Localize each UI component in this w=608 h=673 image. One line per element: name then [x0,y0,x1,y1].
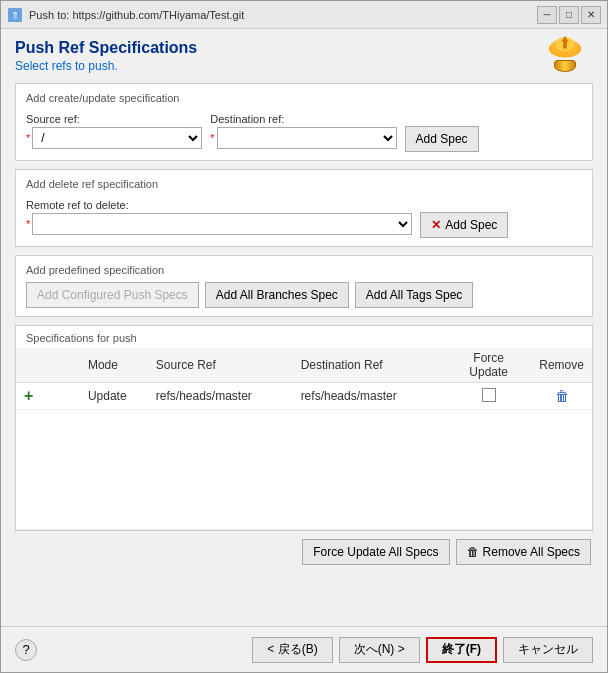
predefined-row: Add Configured Push Specs Add All Branch… [26,282,582,308]
back-button[interactable]: < 戻る(B) [252,637,332,663]
dest-required: * [210,132,214,144]
remove-row-button[interactable]: 🗑 [555,388,569,404]
add-spec-create-wrap: Add Spec [405,126,479,152]
finish-button[interactable]: 終了(F) [426,637,497,663]
content-area: Push Ref Specifications Select refs to p… [1,29,607,626]
force-update-checkbox[interactable] [482,388,496,402]
footer: ? < 戻る(B) 次へ(N) > 終了(F) キャンセル [1,626,607,672]
remove-all-button[interactable]: 🗑 Remove All Specs [456,539,591,565]
svg-text:⇑: ⇑ [11,10,19,21]
add-spec-delete-wrap: ✕ Add Spec [420,212,508,238]
title-bar: ⇑ Push to: https://github.com/THiyama/Te… [1,1,607,29]
cylinder-icon [554,60,576,72]
maximize-button[interactable]: □ [559,6,579,24]
minimize-button[interactable]: ─ [537,6,557,24]
window-title: Push to: https://github.com/THiyama/Test… [29,9,244,21]
remote-ref-select[interactable] [32,213,412,235]
delete-section: Add delete ref specification Remote ref … [15,169,593,247]
add-spec-delete-button[interactable]: ✕ Add Spec [420,212,508,238]
delete-label: Add delete ref specification [26,178,582,190]
force-update-all-button[interactable]: Force Update All Specs [302,539,449,565]
remote-required: * [26,218,30,230]
col-header-remove: Remove [531,348,592,383]
delete-row: Remote ref to delete: * ✕ Add Spec [26,196,582,238]
dest-ref-select[interactable] [217,127,397,149]
bottom-actions: Force Update All Specs 🗑 Remove All Spec… [15,539,593,565]
row-force-update [446,383,531,410]
table-row: + Update refs/heads/master refs/heads/ma… [16,383,592,410]
footer-left: ? [15,639,37,661]
cancel-button[interactable]: キャンセル [503,637,593,663]
dest-ref-label: Destination ref: [210,113,396,125]
cloud-icon [547,31,583,59]
specs-section: Specifications for push Mode Source Ref … [15,325,593,531]
title-bar-left: ⇑ Push to: https://github.com/THiyama/Te… [7,7,244,23]
source-ref-label: Source ref: [26,113,202,125]
source-field-group: Source ref: * / [26,113,202,149]
add-all-tags-button[interactable]: Add All Tags Spec [355,282,474,308]
remote-combo-wrap: * [26,213,412,235]
add-configured-button[interactable]: Add Configured Push Specs [26,282,199,308]
remove-all-icon: 🗑 [467,545,479,559]
specs-section-label: Specifications for push [16,326,592,348]
page-title: Push Ref Specifications [15,39,533,57]
next-button[interactable]: 次へ(N) > [339,637,420,663]
page-subtitle: Select refs to push. [15,59,533,73]
create-update-row: Source ref: * / Destination ref: * [26,110,582,152]
source-ref-select[interactable]: / [32,127,202,149]
footer-right: < 戻る(B) 次へ(N) > 終了(F) キャンセル [252,637,593,663]
window-icon: ⇑ [7,7,23,23]
title-buttons: ─ □ ✕ [537,6,601,24]
add-all-branches-button[interactable]: Add All Branches Spec [205,282,349,308]
remove-all-label: Remove All Specs [483,545,580,559]
specs-table-header-row: Mode Source Ref Destination Ref Force Up… [16,348,592,383]
col-header-source: Source Ref [148,348,293,383]
upload-icon-container [547,31,583,72]
col-header-dest: Destination Ref [293,348,446,383]
close-button[interactable]: ✕ [581,6,601,24]
delete-x-icon: ✕ [431,218,441,232]
dest-field-group: Destination ref: * [210,113,396,149]
header-area: Push Ref Specifications Select refs to p… [15,39,593,83]
row-dest: refs/heads/master [293,383,446,410]
main-window: ⇑ Push to: https://github.com/THiyama/Te… [0,0,608,673]
empty-space-row [16,410,592,530]
specs-table: Mode Source Ref Destination Ref Force Up… [16,348,592,530]
row-add-icon: + [16,383,80,410]
plus-icon: + [24,387,33,404]
row-mode: Update [80,383,148,410]
remote-field-group: Remote ref to delete: * [26,199,412,235]
col-header-force: Force Update [446,348,531,383]
source-required: * [26,132,30,144]
col-header-mode-text: Mode [80,348,148,383]
dest-combo-wrap: * [210,127,396,149]
remote-ref-label: Remote ref to delete: [26,199,412,211]
add-spec-delete-label: Add Spec [445,218,497,232]
create-update-section: Add create/update specification Source r… [15,83,593,161]
predefined-label: Add predefined specification [26,264,582,276]
create-update-label: Add create/update specification [26,92,582,104]
add-spec-create-button[interactable]: Add Spec [405,126,479,152]
predefined-section: Add predefined specification Add Configu… [15,255,593,317]
row-remove: 🗑 [531,383,592,410]
col-header-mode [16,348,80,383]
help-button[interactable]: ? [15,639,37,661]
source-combo-wrap: * / [26,127,202,149]
row-source: refs/heads/master [148,383,293,410]
